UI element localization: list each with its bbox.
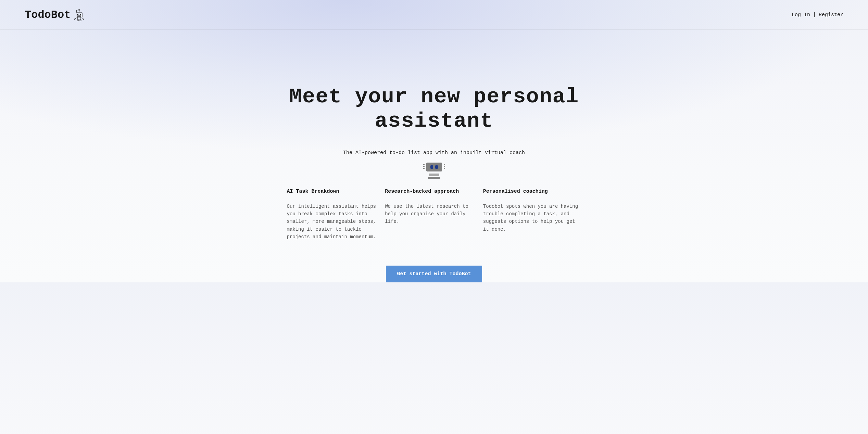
feature-description: We use the latest research to help you o… — [385, 203, 480, 226]
robot-illustration — [424, 161, 444, 180]
svg-point-1 — [77, 14, 78, 15]
feature-title: Research-backed approach — [385, 189, 480, 194]
svg-line-10 — [82, 18, 83, 19]
svg-point-5 — [79, 10, 80, 11]
svg-point-11 — [74, 19, 75, 20]
feature-description: Todobot spots when you are having troubl… — [483, 203, 579, 233]
cta-section: Get started with TodoBot — [0, 266, 868, 282]
feature-ai-breakdown: AI Task Breakdown Our intelligent assist… — [287, 189, 385, 241]
feature-title: Personalised coaching — [483, 189, 579, 194]
features-section: AI Task Breakdown Our intelligent assist… — [280, 189, 588, 241]
feature-title: AI Task Breakdown — [287, 189, 382, 194]
svg-point-7 — [76, 10, 77, 11]
feature-coaching: Personalised coaching Todobot spots when… — [483, 189, 581, 241]
feature-research: Research-backed approach We use the late… — [385, 189, 483, 241]
nav-separator: | — [813, 12, 816, 18]
logo[interactable]: TodoBot — [25, 8, 86, 21]
svg-rect-3 — [77, 16, 81, 16]
svg-point-2 — [80, 14, 81, 15]
feature-description: Our intelligent assistant helps you brea… — [287, 203, 382, 241]
nav-links: Log In | Register — [792, 12, 843, 18]
svg-point-14 — [80, 20, 81, 21]
hero-section: Meet your new personal assistant The AI-… — [0, 30, 868, 180]
hero-subtitle: The AI-powered to-do list app with an in… — [0, 150, 868, 156]
register-link[interactable]: Register — [819, 12, 843, 18]
hero-title: Meet your new personal assistant — [280, 85, 588, 133]
header: TodoBot Log In | Regist — [0, 0, 868, 30]
get-started-button[interactable]: Get started with TodoBot — [386, 266, 482, 282]
svg-point-13 — [77, 20, 78, 21]
login-link[interactable]: Log In — [792, 12, 810, 18]
svg-line-9 — [75, 18, 76, 19]
logo-text: TodoBot — [25, 9, 71, 21]
svg-rect-8 — [77, 17, 81, 19]
svg-point-12 — [83, 19, 84, 20]
robot-icon — [73, 8, 86, 21]
